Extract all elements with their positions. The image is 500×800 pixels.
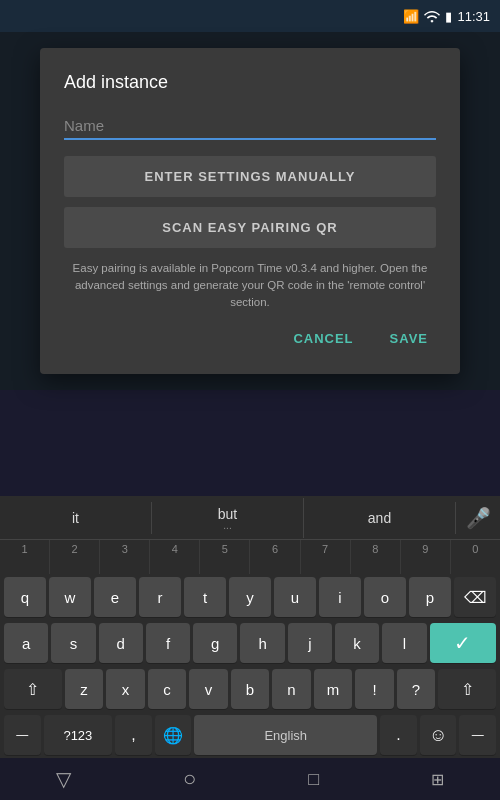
key-k[interactable]: k <box>335 623 379 663</box>
key-m[interactable]: m <box>314 669 353 709</box>
key-space[interactable]: English <box>194 715 377 755</box>
nav-recents-button[interactable]: □ <box>308 769 319 790</box>
name-input-container: Name <box>64 113 436 140</box>
globe-icon: 🌐 <box>163 726 183 745</box>
num-9[interactable]: 9 <box>401 540 451 574</box>
key-question[interactable]: ? <box>397 669 436 709</box>
key-y[interactable]: y <box>229 577 271 617</box>
key-shift-right[interactable]: ⇧ <box>438 669 496 709</box>
key-x[interactable]: x <box>106 669 145 709</box>
wifi-icon <box>424 9 440 23</box>
nav-back-button[interactable]: ▽ <box>56 767 71 791</box>
name-placeholder: Name <box>64 113 436 138</box>
key-q[interactable]: q <box>4 577 46 617</box>
suggestion-and[interactable]: and <box>304 502 456 534</box>
key-g[interactable]: g <box>193 623 237 663</box>
suggestion-it[interactable]: it <box>0 502 152 534</box>
cancel-button[interactable]: CANCEL <box>285 327 361 350</box>
scan-qr-button[interactable]: SCAN EASY PAIRING QR <box>64 207 436 248</box>
key-l[interactable]: l <box>382 623 426 663</box>
comma-label: , <box>131 726 135 744</box>
key-n[interactable]: n <box>272 669 311 709</box>
keyboard-row-bottom: — ?123 , 🌐 English . ☺ — <box>0 712 500 758</box>
key-s[interactable]: s <box>51 623 95 663</box>
num-8[interactable]: 8 <box>351 540 401 574</box>
key-exclaim[interactable]: ! <box>355 669 394 709</box>
key-u[interactable]: u <box>274 577 316 617</box>
key-z[interactable]: z <box>65 669 104 709</box>
save-button[interactable]: SAVE <box>382 327 436 350</box>
key-h[interactable]: h <box>240 623 284 663</box>
key-globe[interactable]: 🌐 <box>155 715 192 755</box>
key-v[interactable]: v <box>189 669 228 709</box>
key-period[interactable]: . <box>380 715 417 755</box>
key-backspace[interactable]: ⌫ <box>454 577 496 617</box>
suggestion-dots: ... <box>156 522 299 530</box>
suggestions-bar: it but ... and 🎤 <box>0 496 500 540</box>
key-o[interactable]: o <box>364 577 406 617</box>
key-e[interactable]: e <box>94 577 136 617</box>
info-text: Easy pairing is available in Popcorn Tim… <box>64 260 436 312</box>
key-shift-left[interactable]: ⇧ <box>4 669 62 709</box>
num-2[interactable]: 2 <box>50 540 100 574</box>
key-enter[interactable]: ✓ <box>430 623 496 663</box>
emoji-icon: ☺ <box>429 725 447 746</box>
key-j[interactable]: j <box>288 623 332 663</box>
key-r[interactable]: r <box>139 577 181 617</box>
status-bar: 📶 ▮ 11:31 <box>0 0 500 32</box>
num-0[interactable]: 0 <box>451 540 500 574</box>
num-6[interactable]: 6 <box>250 540 300 574</box>
mic-button[interactable]: 🎤 <box>456 506 500 530</box>
key-p[interactable]: p <box>409 577 451 617</box>
space-label: English <box>264 728 307 743</box>
dialog-actions: CANCEL SAVE <box>64 327 436 350</box>
key-comma[interactable]: , <box>115 715 152 755</box>
key-d[interactable]: d <box>99 623 143 663</box>
key-a[interactable]: a <box>4 623 48 663</box>
key-c[interactable]: c <box>148 669 187 709</box>
dialog-title: Add instance <box>64 72 436 93</box>
enter-settings-button[interactable]: ENTER SETTINGS MANUALLY <box>64 156 436 197</box>
keyboard-row-1: q w e r t y u i o p ⌫ <box>0 574 500 620</box>
symbols-label: ?123 <box>63 728 92 743</box>
num-1[interactable]: 1 <box>0 540 50 574</box>
num-5[interactable]: 5 <box>200 540 250 574</box>
nav-home-button[interactable]: ○ <box>183 766 196 792</box>
add-instance-dialog: Add instance Name ENTER SETTINGS MANUALL… <box>40 48 460 375</box>
key-t[interactable]: t <box>184 577 226 617</box>
content-area: Add instance Name ENTER SETTINGS MANUALL… <box>0 32 500 390</box>
nav-keyboard-button[interactable]: ⊞ <box>431 770 444 789</box>
keyboard: it but ... and 🎤 1 2 3 4 5 6 7 8 9 0 q w… <box>0 496 500 758</box>
shift-left-icon: ⇧ <box>26 680 39 699</box>
checkmark-icon: ✓ <box>454 631 471 655</box>
key-dash-right[interactable]: — <box>459 715 496 755</box>
num-7[interactable]: 7 <box>301 540 351 574</box>
key-f[interactable]: f <box>146 623 190 663</box>
nav-bar: ▽ ○ □ ⊞ <box>0 758 500 800</box>
key-i[interactable]: i <box>319 577 361 617</box>
mic-icon: 🎤 <box>466 506 491 530</box>
keyboard-row-3: ⇧ z x c v b n m ! ? ⇧ <box>0 666 500 712</box>
period-label: . <box>396 726 400 744</box>
key-dash-left[interactable]: — <box>4 715 41 755</box>
keyboard-row-2: a s d f g h j k l ✓ <box>0 620 500 666</box>
number-row: 1 2 3 4 5 6 7 8 9 0 <box>0 540 500 574</box>
bluetooth-icon: 📶 <box>403 9 419 24</box>
battery-icon: ▮ <box>445 9 452 24</box>
num-4[interactable]: 4 <box>150 540 200 574</box>
suggestion-but[interactable]: but ... <box>152 498 304 538</box>
status-time: 11:31 <box>457 9 490 24</box>
backspace-icon: ⌫ <box>464 588 487 607</box>
shift-right-icon: ⇧ <box>461 680 474 699</box>
key-b[interactable]: b <box>231 669 270 709</box>
key-symbols[interactable]: ?123 <box>44 715 113 755</box>
key-emoji[interactable]: ☺ <box>420 715 457 755</box>
key-w[interactable]: w <box>49 577 91 617</box>
num-3[interactable]: 3 <box>100 540 150 574</box>
